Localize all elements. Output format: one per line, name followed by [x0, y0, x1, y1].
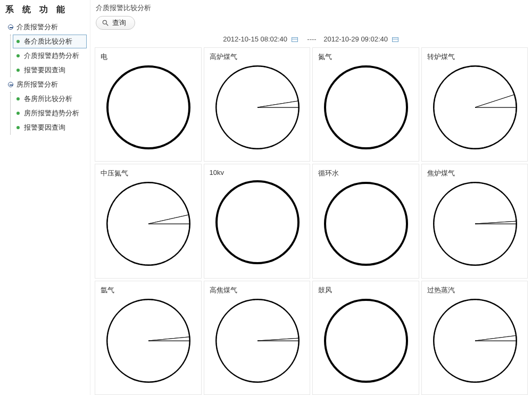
- pie-chart: [433, 181, 518, 266]
- nav-item-alarm-cause-2[interactable]: 报警要因查询: [13, 121, 87, 135]
- search-icon: [102, 19, 109, 27]
- chart-panel: 氩气: [95, 281, 202, 395]
- date-from: 2012-10-15 08:02:40: [223, 35, 287, 43]
- chart-title: 氮气: [318, 52, 414, 62]
- chart-title: 高焦煤气: [210, 285, 306, 295]
- query-button-label: 查询: [112, 18, 126, 28]
- chart-title: 10kv: [210, 169, 306, 177]
- nav-item-label: 报警要因查询: [24, 66, 65, 74]
- nav-item-label: 介质报警趋势分析: [24, 52, 79, 60]
- svg-point-8: [325, 183, 407, 265]
- chart-title: 焦炉煤气: [427, 169, 523, 178]
- nav-item-label: 房所报警趋势分析: [24, 109, 79, 117]
- nav-item-label: 报警要因查询: [24, 123, 65, 131]
- toolbar: 查询: [95, 16, 529, 34]
- chart-panel: 高焦煤气: [204, 281, 311, 395]
- chart-title: 转炉煤气: [427, 52, 523, 62]
- chart-title: 中压氮气: [101, 169, 197, 178]
- nav-item-label: 各房所比较分析: [24, 95, 72, 103]
- calendar-icon[interactable]: [292, 37, 298, 42]
- svg-point-4: [325, 66, 407, 148]
- chart-title: 过热蒸汽: [427, 285, 523, 295]
- nav-item-label: 各介质比较分析: [24, 37, 72, 45]
- date-range-row: 2012-10-15 08:02:40 ---- 2012-10-29 09:0…: [95, 34, 529, 47]
- chart-panel: 焦炉煤气: [421, 164, 528, 278]
- pie-chart: [323, 298, 409, 383]
- chart-title: 高炉煤气: [210, 52, 306, 62]
- nav-group-label: 介质报警分析: [16, 23, 58, 31]
- chart-panel: 过热蒸汽: [421, 281, 528, 395]
- dot-icon: [16, 112, 20, 115]
- svg-point-0: [103, 20, 106, 24]
- sidebar: 系 统 功 能 介质报警分析 各介质比较分析 介质报警趋势分析 报警要因查询 房…: [0, 0, 90, 395]
- page-title: 介质报警比较分析: [95, 2, 529, 16]
- pie-chart: [106, 298, 191, 383]
- minus-icon: [8, 82, 13, 87]
- chart-title: 氩气: [101, 285, 197, 295]
- svg-point-7: [217, 181, 298, 263]
- chart-panel: 循环水: [312, 164, 419, 278]
- chart-panel: 鼓风: [312, 281, 419, 395]
- pie-chart: [215, 65, 300, 150]
- date-separator: ----: [307, 35, 316, 43]
- pie-chart: [215, 298, 300, 383]
- chart-panel: 高炉煤气: [204, 47, 311, 162]
- svg-line-1: [106, 24, 109, 26]
- nav-group-media-alarm[interactable]: 介质报警分析: [5, 20, 87, 34]
- nav-item-room-trend[interactable]: 房所报警趋势分析: [13, 106, 87, 120]
- dot-icon: [16, 126, 20, 129]
- chart-title: 电: [101, 52, 197, 62]
- nav-group-room-alarm[interactable]: 房所报警分析: [5, 78, 87, 91]
- calendar-icon[interactable]: [392, 37, 398, 42]
- sidebar-title: 系 统 功 能: [3, 3, 90, 20]
- chart-grid: 电高炉煤气氮气转炉煤气中压氮气10kv循环水焦炉煤气氩气高焦煤气鼓风过热蒸汽: [95, 47, 529, 395]
- chart-panel: 中压氮气: [95, 164, 202, 278]
- pie-chart: [323, 181, 409, 266]
- chart-title: 鼓风: [318, 285, 414, 295]
- nav-item-alarm-cause-1[interactable]: 报警要因查询: [13, 63, 87, 77]
- dot-icon: [16, 40, 20, 43]
- nav-tree: 介质报警分析 各介质比较分析 介质报警趋势分析 报警要因查询 房所报警分析: [5, 20, 90, 135]
- chart-panel: 转炉煤气: [421, 47, 528, 162]
- pie-chart: [215, 180, 300, 265]
- chart-title: 循环水: [318, 169, 414, 178]
- svg-point-2: [107, 66, 189, 148]
- query-button[interactable]: 查询: [96, 16, 135, 30]
- pie-chart: [433, 65, 518, 150]
- chart-panel: 10kv: [204, 164, 311, 278]
- dot-icon: [16, 97, 20, 100]
- nav-item-room-compare[interactable]: 各房所比较分析: [13, 92, 87, 106]
- chart-panel: 电: [95, 47, 202, 162]
- dot-icon: [16, 69, 20, 72]
- nav-group-label: 房所报警分析: [16, 80, 58, 88]
- pie-chart: [433, 298, 518, 383]
- dot-icon: [16, 54, 20, 57]
- pie-chart: [106, 181, 191, 266]
- chart-panel: 氮气: [312, 47, 419, 162]
- nav-item-media-trend[interactable]: 介质报警趋势分析: [13, 49, 87, 63]
- pie-chart: [323, 65, 409, 150]
- main-content: 介质报警比较分析 查询 2012-10-15 08:02:40 ---- 201…: [90, 0, 532, 395]
- pie-chart: [106, 65, 191, 150]
- nav-item-media-compare[interactable]: 各介质比较分析: [13, 35, 87, 48]
- svg-point-12: [325, 300, 407, 382]
- date-to: 2012-10-29 09:02:40: [323, 35, 388, 43]
- minus-icon: [8, 24, 13, 30]
